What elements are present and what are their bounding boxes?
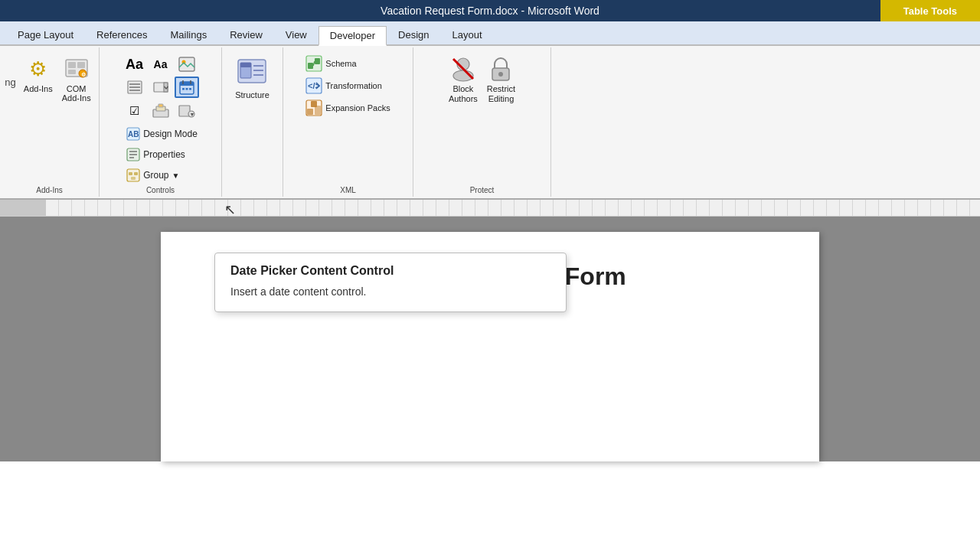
- checkbox-content-control-button[interactable]: ☑: [122, 100, 147, 122]
- tab-review[interactable]: Review: [218, 24, 274, 44]
- expansion-packs-label: Expansion Packs: [325, 103, 390, 112]
- xml-buttons: Schema </> Transformation: [302, 54, 393, 118]
- group-icon: [126, 168, 140, 182]
- table-tools-badge: Table Tools: [880, 0, 980, 21]
- controls-row-1: Aa Aa: [122, 54, 199, 75]
- controls-group-label: Controls: [146, 184, 175, 197]
- tab-page-layout[interactable]: Page Layout: [6, 24, 85, 44]
- svg-point-58: [498, 72, 503, 77]
- com-add-ins-icon: ⚙: [63, 55, 90, 83]
- gear-icon: ⚙: [24, 55, 52, 83]
- group-add-ins: ng ⚙ Add-Ins ⚙ COMAdd-In: [0, 47, 100, 197]
- svg-rect-46: [315, 58, 320, 64]
- xml-group-label: XML: [340, 184, 356, 197]
- title-bar: Vacation Request Form.docx - Microsoft W…: [0, 0, 980, 21]
- controls-row-2: [122, 77, 199, 98]
- structure-content: Structure: [232, 51, 273, 193]
- tab-view[interactable]: View: [274, 24, 318, 44]
- svg-rect-51: [307, 109, 313, 115]
- structure-button[interactable]: Structure: [232, 54, 273, 101]
- svg-rect-19: [182, 88, 185, 90]
- controls-icons-col: Aa Aa: [122, 54, 199, 122]
- partial-ng: ng: [5, 54, 17, 88]
- xml-content: Schema </> Transformation: [302, 51, 393, 184]
- properties-label: Properties: [143, 149, 185, 160]
- structure-label: Structure: [235, 90, 270, 99]
- block-authors-label: BlockAuthors: [449, 84, 478, 104]
- controls-actions-col: AB Design Mode Properties: [119, 122, 202, 184]
- group-structure: Structure: [222, 47, 283, 197]
- add-ins-button[interactable]: ⚙ Add-Ins: [21, 54, 56, 95]
- svg-rect-40: [240, 63, 251, 67]
- window-title: Vacation Request Form.docx - Microsoft W…: [381, 5, 599, 17]
- tab-layout[interactable]: Layout: [441, 24, 494, 44]
- svg-rect-36: [134, 172, 138, 175]
- group-controls: Aa Aa: [100, 47, 222, 197]
- image-content-control-button[interactable]: [175, 54, 199, 75]
- tab-design[interactable]: Design: [387, 24, 440, 44]
- tab-developer[interactable]: Developer: [318, 26, 387, 46]
- add-ins-content: ng ⚙ Add-Ins ⚙ COMAdd-In: [5, 51, 93, 184]
- design-mode-button[interactable]: AB Design Mode: [122, 125, 202, 143]
- combo-box-button[interactable]: [149, 77, 173, 98]
- svg-rect-20: [185, 88, 188, 90]
- svg-rect-37: [131, 177, 136, 180]
- controls-row-3: ☑ ▼: [122, 100, 199, 122]
- tooltip-box: Date Picker Content Control Insert a dat…: [214, 253, 567, 312]
- svg-rect-2: [77, 62, 85, 68]
- svg-text:AB: AB: [128, 130, 139, 139]
- date-picker-button[interactable]: [175, 77, 199, 98]
- building-block-button[interactable]: [149, 100, 173, 122]
- expansion-packs-icon: [305, 99, 322, 116]
- group-dropdown-arrow[interactable]: ▼: [172, 171, 180, 180]
- restrict-editing-label: RestrictEditing: [487, 84, 515, 104]
- svg-rect-53: [311, 101, 317, 107]
- structure-icon: [235, 55, 269, 89]
- aa-small-button[interactable]: Aa: [149, 54, 173, 75]
- protect-content: BlockAuthors RestrictEditing: [446, 51, 518, 184]
- ruler: 1 2 3: [0, 200, 980, 217]
- svg-text:▼: ▼: [189, 112, 194, 117]
- expansion-packs-button[interactable]: Expansion Packs: [302, 98, 393, 118]
- svg-text:⚙: ⚙: [80, 72, 85, 77]
- group-button[interactable]: Group ▼: [122, 166, 202, 184]
- svg-rect-3: [68, 70, 76, 74]
- block-authors-button[interactable]: BlockAuthors: [446, 54, 481, 106]
- group-xml: Schema </> Transformation: [283, 47, 413, 197]
- block-authors-icon: [449, 55, 477, 83]
- com-add-ins-button[interactable]: ⚙ COMAdd-Ins: [59, 54, 94, 104]
- transformation-label: Transformation: [325, 81, 382, 90]
- add-ins-label: Add-Ins: [24, 84, 53, 93]
- transformation-icon: </>: [305, 77, 322, 94]
- group-protect: BlockAuthors RestrictEditing Protect: [413, 47, 551, 197]
- properties-icon: [126, 148, 140, 161]
- tab-references[interactable]: References: [85, 24, 158, 44]
- ribbon-tabs: Page Layout References Mailings Review V…: [0, 21, 980, 46]
- svg-rect-24: [158, 104, 163, 107]
- design-mode-icon: AB: [126, 127, 140, 141]
- svg-rect-16: [180, 85, 194, 86]
- tooltip-title: Date Picker Content Control: [230, 264, 550, 278]
- more-controls-button[interactable]: ▼: [175, 100, 199, 122]
- tooltip-description: Insert a date content control.: [230, 285, 550, 298]
- add-ins-group-label: Add-Ins: [36, 184, 62, 197]
- list-content-control-button[interactable]: [122, 77, 147, 98]
- properties-button[interactable]: Properties: [122, 145, 202, 164]
- protect-group-label: Protect: [470, 184, 495, 197]
- aa-large-button[interactable]: Aa: [122, 54, 147, 75]
- schema-icon: [305, 55, 322, 72]
- restrict-editing-icon: [487, 55, 514, 83]
- svg-rect-1: [68, 62, 76, 68]
- com-add-ins-label: COMAdd-Ins: [62, 84, 91, 103]
- svg-rect-35: [129, 172, 132, 175]
- schema-label: Schema: [325, 59, 356, 68]
- ribbon-body: ng ⚙ Add-Ins ⚙ COMAdd-In: [0, 46, 980, 200]
- transformation-button[interactable]: </> Transformation: [302, 76, 393, 96]
- controls-content: Aa Aa: [122, 51, 199, 122]
- restrict-editing-button[interactable]: RestrictEditing: [484, 54, 518, 106]
- svg-rect-45: [308, 63, 313, 69]
- group-label: Group: [143, 170, 168, 181]
- tab-mailings[interactable]: Mailings: [159, 24, 219, 44]
- schema-button[interactable]: Schema: [302, 54, 393, 73]
- design-mode-label: Design Mode: [143, 129, 198, 139]
